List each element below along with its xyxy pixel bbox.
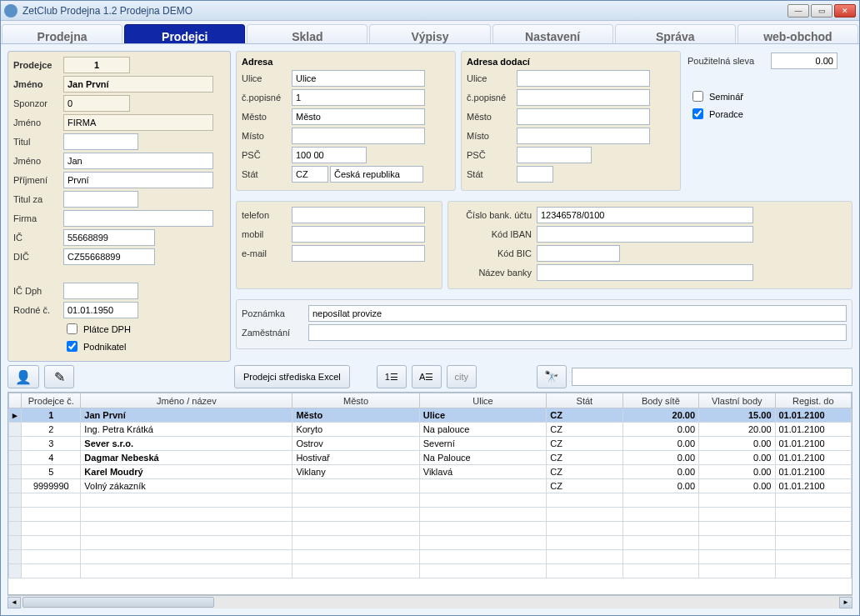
horizontal-scrollbar[interactable]: ◄ ► <box>8 595 852 608</box>
field-dic[interactable] <box>63 248 155 265</box>
label-icdph: IČ Dph <box>13 286 63 296</box>
close-button[interactable]: ✕ <box>834 4 856 18</box>
check-seminar[interactable] <box>692 91 703 102</box>
field-rodne[interactable] <box>63 302 138 318</box>
table-row[interactable]: 9999990Volný zákazníkCZ0.000.0001.01.210… <box>9 479 852 493</box>
field-titul[interactable] <box>63 133 138 150</box>
field-adresa-stat-code[interactable] <box>292 166 328 183</box>
search-input[interactable] <box>572 368 852 386</box>
column-header[interactable]: Jméno / název <box>81 393 292 408</box>
scroll-left-arrow[interactable]: ◄ <box>8 597 21 608</box>
column-header[interactable]: Město <box>292 393 419 408</box>
field-sleva[interactable] <box>771 53 838 69</box>
tab-sklad[interactable]: Sklad <box>247 24 368 43</box>
export-excel-button[interactable]: Prodejci střediska Excel <box>234 365 350 388</box>
label-prodejce: Prodejce <box>13 60 63 70</box>
tab-výpisy[interactable]: Výpisy <box>369 24 490 43</box>
column-header[interactable]: Stát <box>547 393 622 408</box>
table-row[interactable]: 4Dagmar NebeskáHostivařNa PalouceCZ0.000… <box>9 451 852 465</box>
field-dodaci-cp[interactable] <box>517 89 650 106</box>
field-adresa-misto[interactable] <box>292 128 425 144</box>
window-title: ZetClub Prodejna 1.2 Prodejna DEMO <box>22 5 192 17</box>
tab-správa[interactable]: Správa <box>615 24 736 43</box>
field-dodaci-psc[interactable] <box>517 147 592 163</box>
field-mobil[interactable] <box>292 226 425 243</box>
main-tabs: ProdejnaProdejciSkladVýpisyNastaveníSprá… <box>1 21 859 44</box>
list-icon: 1☰ <box>385 372 398 383</box>
minimize-button[interactable]: — <box>788 4 809 18</box>
label-dodaci-misto: Místo <box>467 131 517 141</box>
maximize-button[interactable]: ▭ <box>811 4 832 18</box>
field-adresa-cp[interactable] <box>292 89 425 106</box>
label-zamestnani: Zaměstnání <box>242 328 308 338</box>
column-header[interactable]: Prodejce č. <box>22 393 81 408</box>
city-icon: city <box>455 372 469 382</box>
field-email[interactable] <box>292 245 425 262</box>
field-firma[interactable] <box>63 210 213 227</box>
field-adresa-mesto[interactable] <box>292 108 425 125</box>
field-adresa-stat-name[interactable] <box>330 166 423 183</box>
check-poradce[interactable] <box>692 108 703 119</box>
field-iban[interactable] <box>537 226 753 243</box>
column-header[interactable]: Vlastní body <box>699 393 775 408</box>
list2-button[interactable]: A☰ <box>412 365 442 388</box>
scroll-thumb[interactable] <box>22 597 214 608</box>
person-button[interactable]: 👤 <box>8 365 39 388</box>
field-dodaci-stat[interactable] <box>517 166 553 183</box>
notes-panel: Poznámka Zaměstnání <box>236 299 852 349</box>
check-podnikatel[interactable] <box>67 341 78 352</box>
table-row[interactable]: 5Karel MoudrýViklanyViklaváCZ0.000.0001.… <box>9 465 852 479</box>
field-bic[interactable] <box>537 245 620 262</box>
field-ic[interactable] <box>63 229 155 246</box>
label-adresa-mesto: Město <box>242 112 292 122</box>
field-titulza[interactable] <box>63 191 138 208</box>
label-adresa-psc: PSČ <box>242 150 292 160</box>
column-header[interactable]: Regist. do <box>775 393 852 408</box>
search-button[interactable]: 🔭 <box>537 365 567 388</box>
column-header[interactable]: Body sítě <box>622 393 698 408</box>
tab-prodejci[interactable]: Prodejci <box>124 24 245 43</box>
label-nazev-banky: Název banky <box>453 268 537 278</box>
list1-button[interactable]: 1☰ <box>377 365 407 388</box>
table-row-empty <box>9 493 852 508</box>
column-header[interactable]: Ulice <box>419 393 546 408</box>
field-adresa-ulice[interactable] <box>292 70 425 87</box>
edit-button[interactable]: ✎ <box>44 365 74 388</box>
tab-nastavení[interactable]: Nastavení <box>492 24 613 43</box>
field-nazev-banky[interactable] <box>537 264 753 281</box>
label-firma: Firma <box>13 213 63 223</box>
label-telefon: telefon <box>242 210 292 220</box>
field-telefon[interactable] <box>292 207 425 223</box>
field-poznamka[interactable] <box>308 305 847 322</box>
field-dodaci-ulice[interactable] <box>517 70 650 87</box>
field-zamestnani[interactable] <box>308 324 847 341</box>
field-dodaci-misto[interactable] <box>517 128 650 144</box>
tab-prodejna[interactable]: Prodejna <box>2 24 122 43</box>
field-jmeno2[interactable] <box>63 114 213 131</box>
right-panel: Použitelná sleva Seminář Poradce <box>686 51 852 196</box>
field-jmeno1[interactable] <box>63 76 213 93</box>
tab-web-obchod[interactable]: web-obchod <box>738 24 858 43</box>
sellers-grid[interactable]: Prodejce č.Jméno / názevMěstoUliceStátBo… <box>8 393 852 578</box>
label-dic: DIČ <box>13 252 63 262</box>
field-prijmeni[interactable] <box>63 172 213 188</box>
label-ic: IČ <box>13 233 63 243</box>
field-jmeno3[interactable] <box>63 153 213 169</box>
label-podnikatel: Podnikatel <box>83 342 126 352</box>
label-jmeno1: Jméno <box>13 79 63 89</box>
field-adresa-psc[interactable] <box>292 147 367 163</box>
check-platce[interactable] <box>67 323 78 334</box>
field-icdph[interactable] <box>63 283 138 299</box>
label-jmeno2: Jméno <box>13 118 63 128</box>
field-prodejce[interactable] <box>63 57 130 73</box>
city-button[interactable]: city <box>447 365 477 388</box>
field-ucet[interactable] <box>537 207 753 223</box>
table-row[interactable]: 2Ing. Petra KrátkáKorytoNa palouceCZ0.00… <box>9 423 852 437</box>
scroll-right-arrow[interactable]: ► <box>839 597 852 608</box>
delivery-header: Adresa dodací <box>467 57 675 67</box>
field-sponzor[interactable] <box>63 95 130 112</box>
table-row[interactable]: ▸1Jan PrvníMěstoUliceCZ20.0015.0001.01.2… <box>9 408 852 423</box>
table-row[interactable]: 3Sever s.r.o.OstrovSeverníCZ0.000.0001.0… <box>9 437 852 451</box>
field-dodaci-mesto[interactable] <box>517 108 650 125</box>
seller-panel: Prodejce Jméno Sponzor Jméno Titul Jméno… <box>8 51 231 362</box>
